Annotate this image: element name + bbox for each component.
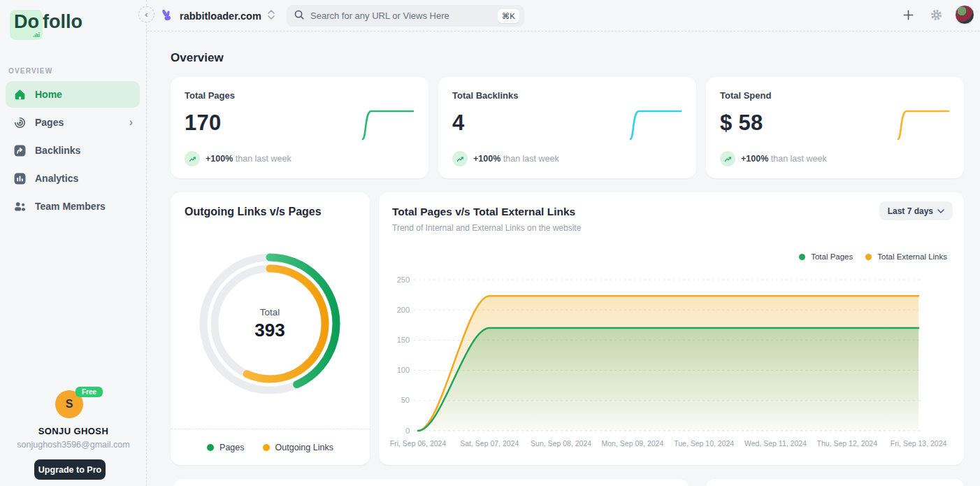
legend-dot-pages bbox=[207, 444, 214, 451]
stat-delta-suffix: than last week bbox=[236, 154, 291, 164]
series-area bbox=[418, 328, 918, 431]
stat-delta: +100% bbox=[473, 154, 500, 164]
updown-chevron-icon bbox=[267, 8, 275, 24]
settings-gear-icon[interactable] bbox=[927, 6, 945, 24]
trend-up-icon bbox=[452, 151, 468, 166]
legend-label: Outgoing Links bbox=[275, 443, 333, 452]
legend-dot-total-external-links bbox=[865, 254, 872, 260]
stat-trend: +100% than last week bbox=[720, 151, 827, 166]
trend-up-icon bbox=[720, 151, 735, 166]
legend-label: Total Pages bbox=[811, 252, 853, 261]
y-axis-label: 100 bbox=[397, 366, 410, 374]
sidebar-section-label: OVERVIEW bbox=[8, 67, 52, 75]
add-button[interactable] bbox=[899, 6, 917, 24]
home-icon bbox=[13, 87, 27, 101]
team-members-icon bbox=[13, 199, 27, 213]
rabbit-icon bbox=[159, 8, 174, 25]
legend-item-total-external-links[interactable]: Total External Links bbox=[865, 252, 947, 261]
stat-label: Total Pages bbox=[185, 90, 415, 101]
dashboard-screen: Do .ai follo OVERVIEW Home Pages › bbox=[0, 0, 980, 486]
logo-main: Do bbox=[14, 11, 39, 32]
trend-chart-title: Total Pages v/s Total External Links bbox=[392, 206, 575, 218]
stat-card-total-spend: Total Spend $ 58 +100% than last week bbox=[706, 77, 964, 178]
donut-center-label: Total bbox=[260, 307, 280, 317]
pages-spiral-icon bbox=[13, 115, 27, 129]
donut-chart: Total 393 bbox=[196, 250, 343, 397]
logo-suffix: .ai bbox=[33, 32, 40, 38]
sidebar-item-label: Home bbox=[35, 89, 62, 100]
app-logo: Do .ai follo bbox=[10, 10, 82, 40]
sidebar-item-pages[interactable]: Pages › bbox=[6, 109, 140, 136]
user-avatar[interactable] bbox=[955, 5, 974, 24]
x-axis-label: Thu, Sep 12, 2024 bbox=[817, 439, 878, 448]
user-email: sonjughosh3596@gmail.com bbox=[3, 440, 143, 450]
y-axis-label: 250 bbox=[397, 276, 410, 284]
sidebar-item-label: Analytics bbox=[35, 173, 78, 184]
stat-label: Total Backlinks bbox=[452, 90, 682, 101]
sidebar-item-analytics[interactable]: Analytics bbox=[6, 165, 140, 192]
sidebar-menu: Home Pages › Backlinks Analytics bbox=[6, 81, 140, 220]
donut-center-value: 393 bbox=[254, 320, 284, 341]
chevron-down-icon bbox=[937, 209, 944, 213]
x-axis-label: Tue, Sep 10, 2024 bbox=[674, 439, 734, 448]
sidebar-item-label: Team Members bbox=[35, 201, 106, 212]
donut-chart-card: Outgoing Links v/s Pages Total 393 bbox=[171, 192, 370, 465]
y-axis-label: 50 bbox=[401, 396, 410, 404]
x-axis-label: Wed, Sep 11, 2024 bbox=[744, 439, 807, 448]
site-picker[interactable]: rabbitloader.com bbox=[159, 6, 275, 27]
date-range-dropdown[interactable]: Last 7 days bbox=[879, 201, 953, 220]
donut-chart-title: Outgoing Links v/s Pages bbox=[185, 206, 322, 218]
site-name: rabbitloader.com bbox=[180, 10, 261, 22]
stat-delta: +100% bbox=[741, 154, 768, 164]
stat-trend: +100% than last week bbox=[452, 151, 559, 166]
x-axis-label: Fri, Sep 13, 2024 bbox=[891, 439, 947, 448]
donut-legend: Pages Outgoing Links bbox=[171, 429, 370, 465]
search-icon bbox=[294, 9, 305, 23]
stat-delta: +100% bbox=[206, 154, 233, 164]
stat-label: Total Spend bbox=[720, 90, 950, 101]
legend-item-outgoing-links[interactable]: Outgoing Links bbox=[263, 443, 333, 452]
sparkline bbox=[628, 106, 684, 143]
sidebar: Do .ai follo OVERVIEW Home Pages › bbox=[0, 0, 147, 486]
date-range-label: Last 7 days bbox=[888, 206, 933, 216]
user-name: SONJU GHOSH bbox=[3, 426, 143, 436]
y-axis-label: 200 bbox=[397, 306, 410, 314]
sidebar-item-label: Pages bbox=[35, 117, 64, 128]
legend-dot-total-pages bbox=[799, 254, 805, 260]
trend-chart-card: Total Pages v/s Total External Links Tre… bbox=[379, 192, 964, 465]
page-title: Overview bbox=[171, 51, 224, 65]
partial-card bbox=[173, 479, 689, 486]
sidebar-item-home[interactable]: Home bbox=[6, 81, 140, 108]
sidebar-item-label: Backlinks bbox=[35, 145, 80, 156]
legend-item-total-pages[interactable]: Total Pages bbox=[799, 252, 853, 261]
x-axis-label: Mon, Sep 09, 2024 bbox=[602, 439, 664, 448]
search-input[interactable] bbox=[310, 10, 498, 21]
topbar-actions bbox=[899, 5, 974, 24]
trend-chart-plot: 050100150200250Fri, Sep 06, 2024Sat, Sep… bbox=[382, 271, 948, 453]
legend-item-pages[interactable]: Pages bbox=[207, 443, 244, 452]
donut-center: Total 393 bbox=[196, 250, 343, 397]
partial-card bbox=[706, 479, 964, 486]
search-bar[interactable]: ⌘K bbox=[287, 5, 524, 27]
series-layer bbox=[418, 296, 918, 431]
sparkline bbox=[360, 106, 416, 143]
upgrade-to-pro-button[interactable]: Upgrade to Pro bbox=[34, 459, 106, 480]
legend-label: Total External Links bbox=[877, 252, 947, 261]
topbar: ‹ rabbitloader.com ⌘K bbox=[147, 0, 980, 31]
y-axis-label: 0 bbox=[405, 427, 410, 435]
backlinks-icon bbox=[13, 143, 27, 157]
trend-chart-legend: Total Pages Total External Links bbox=[799, 252, 947, 261]
stat-delta-suffix: than last week bbox=[771, 154, 827, 164]
stat-delta-suffix: than last week bbox=[503, 154, 559, 164]
keyboard-shortcut-badge: ⌘K bbox=[498, 9, 519, 23]
analytics-icon bbox=[13, 171, 27, 185]
trend-chart-subtitle: Trend of Internal and External Links on … bbox=[392, 223, 581, 233]
sidebar-collapse-button[interactable]: ‹ bbox=[138, 6, 154, 22]
sidebar-item-backlinks[interactable]: Backlinks bbox=[6, 137, 140, 164]
logo-rest: follo bbox=[43, 10, 82, 31]
stat-card-total-backlinks: Total Backlinks 4 +100% than last week bbox=[438, 77, 696, 178]
stat-card-total-pages: Total Pages 170 +100% than last week bbox=[171, 77, 428, 178]
stat-trend: +100% than last week bbox=[185, 151, 291, 166]
sidebar-item-team-members[interactable]: Team Members bbox=[6, 193, 140, 220]
plan-badge: Free bbox=[75, 387, 103, 397]
